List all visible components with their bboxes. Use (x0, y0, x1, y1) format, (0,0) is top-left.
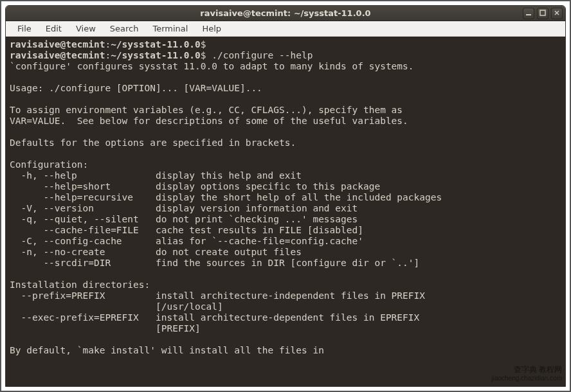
terminal-window: ravisaive@tecmint: ~/sysstat-11.0.0 (5, 5, 566, 387)
terminal-output-line: [PREFIX] (10, 323, 201, 334)
svg-rect-0 (526, 14, 531, 15)
terminal-output-line: Defaults for the options are specified i… (10, 138, 296, 148)
terminal-viewport[interactable]: ravisaive@tecmint:~/sysstat-11.0.0$ ravi… (6, 37, 565, 386)
menu-terminal[interactable]: Terminal (146, 22, 194, 35)
terminal-output-line: -V, --version display version informatio… (10, 203, 358, 213)
terminal-output-line: -n, --no-create do not create output fil… (10, 247, 302, 257)
prompt-user: ravisaive@tecmint (10, 50, 105, 60)
terminal-output-line: Usage: ./configure [OPTION]... [VAR=VALU… (10, 83, 262, 93)
menubar: File Edit View Search Terminal Help (6, 21, 565, 37)
menu-file[interactable]: File (11, 22, 38, 35)
watermark-url: jiaocheng.chazidian.com (491, 374, 562, 383)
terminal-output-line: --srcdir=DIR find the sources in DIR [co… (10, 258, 419, 268)
prompt-path: ~/sysstat-11.0.0 (111, 39, 201, 49)
menu-search[interactable]: Search (104, 22, 145, 35)
terminal-output-line: Configuration: (10, 159, 88, 170)
terminal-output-line: -h, --help display this help and exit (10, 170, 302, 181)
watermark-text: 查字典 教程网 (491, 365, 562, 374)
titlebar: ravisaive@tecmint: ~/sysstat-11.0.0 (6, 6, 565, 21)
terminal-output-line: VAR=VALUE. See below for descriptions of… (10, 116, 408, 126)
svg-rect-1 (540, 10, 545, 15)
terminal-output-line: --prefix=PREFIX install architecture-ind… (10, 290, 425, 301)
terminal-output-line: `configure' configures sysstat 11.0.0 to… (10, 61, 414, 71)
window-controls (523, 8, 563, 19)
maximize-icon (539, 10, 546, 17)
close-icon (554, 10, 560, 17)
maximize-button[interactable] (537, 8, 548, 19)
watermark: 查字典 教程网 jiaocheng.chazidian.com (491, 365, 562, 383)
menu-help[interactable]: Help (195, 22, 228, 35)
terminal-output-line: To assign environment variables (e.g., C… (10, 105, 403, 115)
close-button[interactable] (551, 8, 563, 19)
terminal-output-line: [/usr/local] (10, 301, 223, 312)
terminal-output-line: -C, --config-cache alias for `--cache-fi… (10, 236, 363, 246)
minimize-button[interactable] (523, 8, 534, 19)
menu-edit[interactable]: Edit (39, 22, 68, 35)
terminal-output-line: By default, `make install' will install … (10, 345, 324, 355)
prompt-path: ~/sysstat-11.0.0 (111, 50, 201, 60)
menu-view[interactable]: View (69, 22, 102, 35)
terminal-output-line: --exec-prefix=EPREFIX install architectu… (10, 312, 419, 323)
terminal-output-line: --help=recursive display the short help … (10, 192, 442, 202)
terminal-output-line: --cache-file=FILE cache test results in … (10, 225, 363, 235)
prompt-user: ravisaive@tecmint (10, 39, 105, 49)
minimize-icon (525, 10, 532, 17)
window-title: ravisaive@tecmint: ~/sysstat-11.0.0 (200, 8, 370, 18)
prompt-command: ./configure --help (212, 50, 313, 60)
terminal-output-line: -q, --quiet, --silent do not print `chec… (10, 214, 358, 224)
terminal-output-line: --help=short display options specific to… (10, 181, 380, 192)
terminal-output-line: Installation directories: (10, 280, 150, 290)
